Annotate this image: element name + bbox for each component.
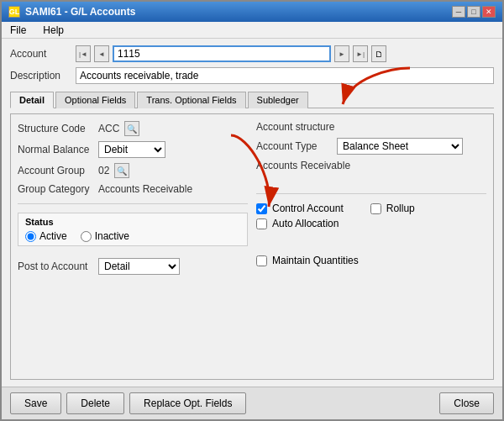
content-area: Account |◄ ◄ 1115 ► ►| 🗋 Description Acc… (2, 39, 502, 387)
account-group-row: Account Group 02 🔍 (18, 163, 248, 178)
maintain-quantities-label: Maintain Quantities (272, 255, 359, 266)
form-panel: Structure Code ACC 🔍 Normal Balance Debi… (10, 113, 494, 380)
account-group-label: Account Group (18, 165, 93, 176)
window-title: SAMI61 - G/L Accounts (25, 6, 135, 18)
minimize-button[interactable]: ─ (452, 6, 465, 18)
group-category-value: Accounts Receivable (98, 183, 192, 195)
account-row: Account |◄ ◄ 1115 ► ►| 🗋 (10, 45, 494, 62)
account-type-select[interactable]: Balance Sheet Income Statement (337, 138, 463, 155)
replace-opt-button[interactable]: Replace Opt. Fields (129, 392, 246, 414)
structure-code-value: ACC (98, 123, 119, 134)
right-column: Account structure Account Type Balance S… (256, 121, 486, 275)
status-active-radio[interactable] (25, 231, 36, 242)
close-button[interactable]: Close (439, 392, 494, 414)
post-to-account-label: Post to Account (18, 260, 93, 272)
account-input[interactable]: 1115 (113, 45, 331, 62)
description-row: Description Accounts receivable, trade (10, 67, 494, 84)
status-group: Status Active Inactive (18, 213, 248, 246)
rollup-label: Rollup (386, 203, 415, 214)
normal-balance-row: Normal Balance Debit Credit (18, 141, 248, 158)
title-bar-left: GL SAMI61 - G/L Accounts (8, 6, 135, 18)
maximize-button[interactable]: □ (467, 6, 480, 18)
nav-prev-button[interactable]: ◄ (94, 45, 109, 62)
structure-code-label: Structure Code (18, 123, 93, 134)
title-bar: GL SAMI61 - G/L Accounts ─ □ ✕ (2, 2, 502, 22)
tab-trans-optional[interactable]: Trans. Optional Fields (137, 92, 245, 108)
menu-bar: File Help (2, 22, 502, 39)
status-label: Status (25, 217, 240, 227)
auto-allocation-row: Auto Allocation (256, 218, 486, 229)
checkboxes-area: Control Account Rollup Auto Allocation (256, 203, 486, 233)
normal-balance-select[interactable]: Debit Credit (98, 141, 165, 158)
normal-balance-label: Normal Balance (18, 144, 93, 155)
document-button[interactable]: 🗋 (371, 45, 386, 62)
bottom-bar: Save Delete Replace Opt. Fields Close (2, 387, 502, 419)
spacer (256, 176, 486, 185)
account-label: Account (10, 48, 69, 60)
main-window: GL SAMI61 - G/L Accounts ─ □ ✕ File Help… (0, 0, 504, 421)
control-account-row: Control Account Rollup (256, 203, 486, 214)
maintain-quantities-checkbox[interactable] (256, 255, 267, 266)
nav-next-button[interactable]: ► (334, 45, 349, 62)
title-controls: ─ □ ✕ (452, 6, 496, 18)
delete-button[interactable]: Delete (66, 392, 124, 414)
account-type-row: Account Type Balance Sheet Income Statem… (256, 138, 486, 155)
maintain-quantities-row: Maintain Quantities (256, 255, 486, 266)
status-inactive-label: Inactive (95, 230, 129, 242)
tab-detail[interactable]: Detail (10, 92, 54, 108)
tab-optional-fields[interactable]: Optional Fields (55, 92, 135, 108)
tab-subledger[interactable]: Subledger (248, 92, 308, 108)
account-group-value: 02 (98, 165, 109, 176)
description-input[interactable]: Accounts receivable, trade (76, 67, 494, 84)
structure-code-row: Structure Code ACC 🔍 (18, 121, 248, 136)
auto-allocation-label: Auto Allocation (272, 218, 339, 229)
window-close-button[interactable]: ✕ (482, 6, 496, 18)
status-active-label: Active (39, 230, 67, 242)
structure-code-search[interactable]: 🔍 (124, 121, 139, 136)
account-group-desc-row: Accounts Receivable (256, 160, 486, 171)
auto-allocation-checkbox[interactable] (256, 218, 267, 229)
menu-file[interactable]: File (7, 24, 29, 36)
status-radio-row: Active Inactive (25, 230, 240, 242)
tabs-container: Detail Optional Fields Trans. Optional F… (10, 89, 494, 108)
app-icon: GL (8, 6, 20, 18)
post-to-account-select[interactable]: Detail Consolidated (98, 258, 180, 275)
post-to-account-row: Post to Account Detail Consolidated (18, 258, 248, 275)
account-type-label: Account Type (256, 140, 332, 152)
status-active-option[interactable]: Active (25, 230, 67, 242)
status-inactive-option[interactable]: Inactive (81, 230, 129, 242)
main-form: Structure Code ACC 🔍 Normal Balance Debi… (18, 121, 486, 275)
description-label: Description (10, 70, 69, 82)
account-input-row: |◄ ◄ 1115 ► ►| 🗋 (76, 45, 386, 62)
tabs-row: Detail Optional Fields Trans. Optional F… (10, 91, 494, 108)
group-category-label: Group Category (18, 183, 93, 195)
menu-help[interactable]: Help (39, 24, 67, 36)
account-structure-row: Account structure (256, 121, 486, 133)
group-category-row: Group Category Accounts Receivable (18, 183, 248, 195)
status-inactive-radio[interactable] (81, 231, 92, 242)
account-group-search[interactable]: 🔍 (114, 163, 129, 178)
control-account-label: Control Account (272, 203, 344, 214)
control-account-checkbox[interactable] (256, 203, 267, 214)
nav-first-button[interactable]: |◄ (76, 45, 91, 62)
account-group-desc: Accounts Receivable (256, 160, 350, 171)
left-column: Structure Code ACC 🔍 Normal Balance Debi… (18, 121, 248, 275)
nav-last-button[interactable]: ►| (353, 45, 368, 62)
rollup-checkbox[interactable] (370, 203, 381, 214)
save-button[interactable]: Save (10, 392, 61, 414)
account-structure-value: Account structure (256, 121, 334, 133)
